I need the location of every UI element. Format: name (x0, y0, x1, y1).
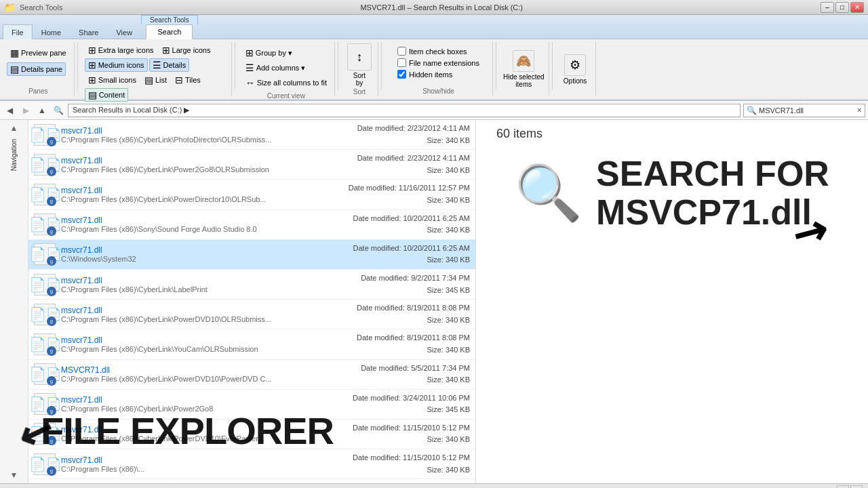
file-path: C:\Program Files (x86)\CyberLink\Power2G… (61, 165, 278, 174)
table-row[interactable]: 📄gmsvcr71.dllC:\Program Files (x86)\Cybe… (28, 120, 475, 150)
tiles-button[interactable]: ⊟ Tiles (172, 73, 204, 87)
layout-options: ⊞ Extra large icons ⊞ Large icons ⊞ Medi… (85, 43, 227, 102)
file-meta: Date modified: 8/19/2011 8:08 PMSize: 34… (334, 332, 470, 356)
right-panel: 60 items 🔍 SEARCH FOR MSVCP71.dll ↗ (476, 120, 868, 483)
recent-locations-button[interactable]: 🔍 (52, 104, 65, 117)
file-icon: 📄g (34, 453, 56, 475)
address-path[interactable]: Search Results in Local Disk (C:) ▶ (68, 104, 741, 117)
large-view-button[interactable]: ⊞ (850, 485, 863, 489)
medium-icon: ⊞ (88, 60, 96, 70)
forward-button[interactable]: ▶ (19, 104, 33, 117)
file-path: C:\Program Files (x86)\CyberLink\PowerDV… (61, 434, 278, 443)
file-meta: Date modified: 10/20/2011 6:25 AMSize: 3… (334, 243, 470, 266)
search-box-icon: 🔍 (747, 106, 757, 115)
group-by-button[interactable]: ⊞ Group by ▾ (242, 46, 330, 60)
file-info: msvcr71.dllC:\Windows\System32 (61, 245, 329, 263)
hidden-items-toggle[interactable]: Hidden items (396, 69, 481, 79)
file-info: msvcr71.dllC:\Program Files (x86)\CyberL… (61, 336, 329, 353)
small-icons-button[interactable]: ⊞ Small icons (85, 73, 140, 87)
file-path: C:\Program Files (x86)\CyberLink\LabelPr… (61, 285, 278, 293)
divider-5 (496, 42, 496, 89)
options-button[interactable]: ⚙ Options (564, 54, 587, 85)
file-name: MSVCR71.dll (61, 365, 329, 375)
tab-view[interactable]: View (107, 25, 141, 39)
sort-icon: ↕ (356, 50, 362, 64)
file-name: msvcr71.dll (61, 245, 329, 255)
divider-2 (235, 42, 235, 89)
file-meta: Date modified: 9/2/2011 7:34 PMSize: 345… (334, 272, 470, 296)
table-row[interactable]: 📄gmsvcr71.dllC:\Program Files (x86)\Cybe… (28, 150, 475, 180)
maximize-button[interactable]: □ (835, 2, 849, 13)
search-tools-context-label: Search Tools (141, 15, 198, 24)
file-meta: Date modified: 5/5/2011 7:34 PMSize: 340… (334, 363, 470, 386)
file-name: msvcr71.dll (61, 216, 329, 225)
file-info: msvcr71.dllC:\Program Files (x86)\CyberL… (61, 186, 329, 203)
file-info: msvcr71.dllC:\Program Files (x86)\... (61, 455, 329, 473)
sort-inner: ↕ Sortby (347, 43, 372, 87)
view-toggle-icons: ☰ ⊞ (837, 485, 863, 489)
hidden-items-checkbox[interactable] (397, 70, 406, 79)
size-all-columns-button[interactable]: ↔ Size all columns to fit (242, 76, 330, 89)
add-columns-button[interactable]: ☰ Add columns ▾ (242, 61, 330, 75)
table-row[interactable]: 📄gmsvcr71.dllC:\Program Files (x86)\Sony… (28, 210, 475, 240)
minimize-button[interactable]: – (821, 2, 834, 13)
preview-pane-button[interactable]: ▦ Preview pane (7, 46, 70, 60)
title-bar: 📁 Search Tools MSVCR71.dll – Search Resu… (0, 0, 868, 15)
medium-icons-button[interactable]: ⊞ Medium icons (85, 58, 148, 72)
tab-share[interactable]: Share (70, 25, 107, 39)
item-check-boxes-checkbox[interactable] (397, 47, 406, 56)
file-name-ext-checkbox[interactable] (397, 58, 406, 67)
up-button[interactable]: ▲ (35, 104, 49, 117)
preview-pane-icon: ▦ (10, 47, 19, 58)
details-view-button[interactable]: ☰ (837, 485, 849, 489)
table-row[interactable]: 📄gmsvcr71.dllC:\Program Files (x86)\Cybe… (28, 180, 475, 209)
table-row[interactable]: 📄gmsvcr71.dllC:\Program Files (x86)\Cybe… (28, 270, 475, 300)
details-layout-icon: ☰ (153, 60, 161, 70)
nav-collapse-button[interactable]: ▲ (9, 123, 20, 134)
search-clear-icon[interactable]: ✕ (856, 106, 862, 114)
details-layout-button[interactable]: ☰ Details (149, 58, 190, 72)
file-name: msvcr71.dll (61, 395, 329, 405)
file-list[interactable]: 📄gmsvcr71.dllC:\Program Files (x86)\Cybe… (28, 120, 476, 483)
file-meta: Date modified: 10/20/2011 6:25 AMSize: 3… (334, 213, 470, 237)
nav-expand-button[interactable]: ▼ (9, 470, 20, 481)
search-visual: 🔍 SEARCH FOR MSVCP71.dll (490, 155, 854, 232)
back-button[interactable]: ◀ (3, 104, 16, 117)
file-icon: 📄g (34, 363, 56, 385)
small-icon-btn: ⊞ (88, 75, 96, 85)
table-row[interactable]: 📄gMSVCR71.dllC:\Program Files (x86)\Cybe… (28, 360, 475, 390)
table-row[interactable]: 📄gmsvcr71.dllC:\Program Files (x86)\Cybe… (28, 300, 475, 329)
file-meta: Date modified: 2/23/2012 4:11 AMSize: 34… (334, 152, 470, 176)
file-icon: 📄g (34, 243, 56, 265)
hide-selected-button[interactable]: 🙈 Hide selecteditems (503, 50, 545, 88)
list-button[interactable]: ▤ List (141, 73, 170, 87)
file-icon: 📄g (34, 124, 56, 146)
content-button[interactable]: ▤ Content (85, 88, 129, 102)
table-row[interactable]: 📄gmsvcr71.dllC:\Program Files (x86)\...D… (28, 449, 475, 479)
sort-by-button[interactable]: ↕ (347, 43, 372, 70)
file-name-extensions-toggle[interactable]: File name extensions (396, 58, 481, 68)
file-icon: 📄g (34, 274, 56, 296)
file-icon: 📄g (34, 214, 56, 235)
file-info: msvcr71.dllC:\Program Files (x86)\CyberL… (61, 276, 329, 293)
large-icons-button[interactable]: ⊞ Large icons (159, 43, 214, 57)
item-check-boxes-toggle[interactable]: Item check boxes (396, 46, 481, 56)
file-icon: 📄g (34, 184, 56, 205)
close-button[interactable]: ✕ (850, 2, 864, 13)
table-row[interactable]: 📄gmsvcr71.dllC:\Program Files (x86)\Cybe… (28, 390, 475, 420)
extra-large-icons-button[interactable]: ⊞ Extra large icons (85, 43, 157, 57)
content-icon: ▤ (88, 89, 97, 100)
tab-home[interactable]: Home (33, 25, 70, 39)
table-row[interactable]: 📄gmsvcr71.dllC:\Program Files (x86)\Cybe… (28, 329, 475, 359)
tab-search[interactable]: Search (146, 24, 193, 39)
file-path: C:\Program Files (x86)\CyberLink\Power2G… (61, 405, 278, 413)
file-info: msvcr71.dllC:\Program Files (x86)\CyberL… (61, 156, 329, 174)
sort-by-label: Sortby (353, 72, 366, 87)
search-box[interactable]: 🔍 MSVCR71.dll ✕ (743, 104, 865, 117)
table-row[interactable]: 📄gmsvcr71.dllC:\Windows\System32Date mod… (28, 240, 475, 270)
file-info: msvcr71.dllC:\Program Files (x86)\CyberL… (61, 425, 329, 443)
tab-file[interactable]: File (3, 24, 33, 39)
address-path-text: Search Results in Local Disk (C:) ▶ (73, 106, 189, 115)
details-pane-button[interactable]: ▤ Details pane (7, 62, 66, 76)
table-row[interactable]: 📄gmsvcr71.dllC:\Program Files (x86)\Cybe… (28, 420, 475, 449)
